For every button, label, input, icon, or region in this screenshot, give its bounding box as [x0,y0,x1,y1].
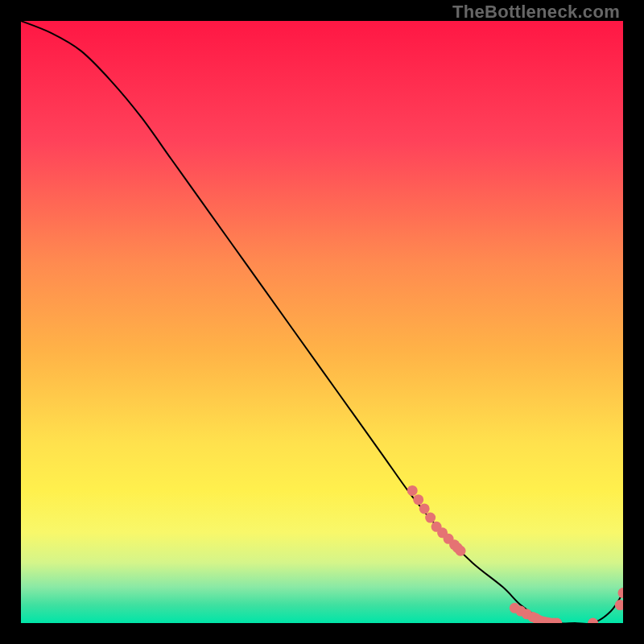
watermark-text: TheBottleneck.com [452,2,620,22]
plot-area [21,21,623,623]
data-point [618,588,624,598]
data-point [419,503,430,514]
watermark-label: TheBottleneck.com [452,2,620,23]
data-point [425,513,436,523]
data-point [407,485,418,496]
data-point [588,618,598,624]
bottleneck-curve-line [21,21,623,623]
data-point [413,494,423,505]
highlighted-points-group [407,485,623,623]
data-point [615,600,623,610]
chart-svg [21,21,623,623]
chart-frame: TheBottleneck.com [0,0,644,644]
data-point [456,546,466,556]
